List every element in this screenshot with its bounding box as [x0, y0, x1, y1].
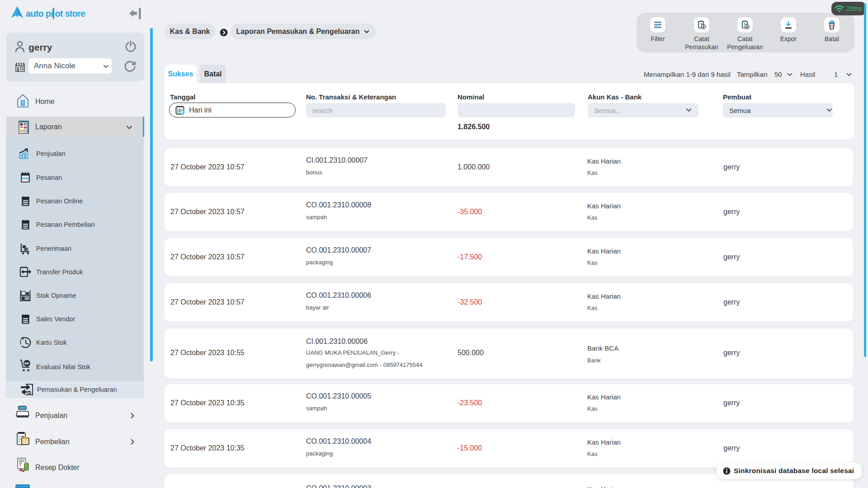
svg-text:RP: RP: [28, 392, 31, 394]
svg-text:ORDER: ORDER: [21, 178, 29, 180]
svg-text:RP: RP: [24, 361, 29, 366]
